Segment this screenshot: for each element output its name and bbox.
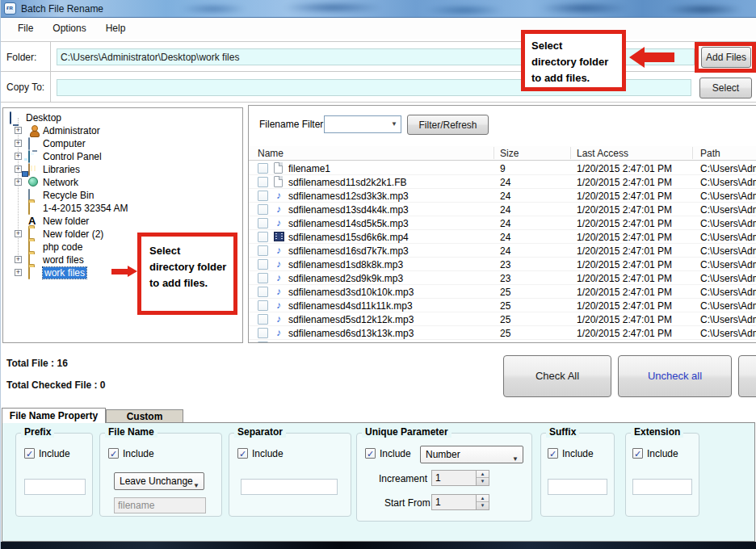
tree-item-label[interactable]: Control Panel — [43, 151, 102, 162]
expand-icon[interactable]: + — [15, 127, 22, 134]
cell-size: 23 — [500, 259, 510, 270]
extension-input[interactable] — [632, 479, 692, 495]
expand-icon[interactable]: + — [15, 178, 22, 186]
tree-item-desktop[interactable]: Desktop — [3, 111, 242, 124]
file-checkbox[interactable] — [258, 300, 268, 311]
file-row[interactable]: ♪sdfilenamesd13sd4k4k.mp3241/20/2015 2:4… — [249, 203, 756, 216]
top-annotation-box: Select directory folder to add files. — [521, 30, 626, 91]
file-checkbox[interactable] — [258, 273, 268, 283]
tree-item-libraries[interactable]: +Libraries — [3, 163, 242, 176]
tree-item-label[interactable]: php code — [43, 241, 82, 253]
expand-icon[interactable]: + — [15, 166, 22, 173]
file-name-mode-dropdown[interactable]: Leave Unchange ▼ — [114, 472, 204, 490]
tree-item-label[interactable]: New folder — [43, 216, 89, 227]
column-divider[interactable] — [570, 147, 571, 159]
menu-file[interactable]: File — [10, 20, 41, 36]
file-checkbox[interactable] — [258, 204, 268, 215]
file-row[interactable]: ♪sdfilenamesd5sd12k12k.mp3251/20/2015 2:… — [249, 312, 756, 326]
cell-name: sdfilenamesd15sd6k6k.mp4 — [288, 232, 409, 243]
separator-input[interactable] — [241, 479, 338, 495]
tree-item-label[interactable]: Administrator — [43, 125, 100, 136]
file-checkbox[interactable] — [258, 218, 268, 228]
file-row[interactable]: ♪sdfilenamesd16sd7k7k.mp3241/20/2015 2:4… — [249, 244, 756, 258]
unique-include-checkbox[interactable]: ✓ — [365, 448, 376, 459]
select-button[interactable]: Select — [699, 78, 752, 98]
column-header-size[interactable]: Size — [500, 148, 519, 159]
tree-item-administrator[interactable]: +Administrator — [3, 124, 242, 137]
file-checkbox[interactable] — [258, 191, 268, 201]
file-row[interactable]: sdfilenamesd15sd6k6k.mp4241/20/2015 2:47… — [249, 230, 756, 244]
file-checkbox[interactable] — [258, 259, 268, 270]
tree-item-label[interactable]: Recycle Bin — [43, 190, 94, 201]
file-checkbox[interactable] — [258, 232, 268, 242]
suffix-input[interactable] — [548, 479, 607, 495]
cell-size: 24 — [500, 245, 510, 257]
tree-item-new-folder[interactable]: ANew folder — [3, 215, 242, 228]
tree-item-label[interactable]: Network — [43, 177, 78, 188]
uncheck-all-button[interactable]: Uncheck all — [618, 355, 732, 397]
file-checkbox[interactable] — [258, 328, 268, 338]
tree-item-label[interactable]: New folder (2) — [43, 228, 103, 240]
total-file-count: Total File : 16 — [6, 358, 68, 369]
file-row[interactable]: ♪sdfilenamesd12sd3k3k.mp3241/20/2015 2:4… — [249, 189, 756, 203]
expand-icon[interactable]: + — [15, 140, 22, 147]
file-row[interactable]: ♪sdfilenamesd2sd9k9k.mp3231/20/2015 2:47… — [249, 271, 756, 285]
tree-item-computer[interactable]: +Computer — [3, 137, 242, 150]
file-row[interactable]: ♪sdfilenamesd14sd5k5k.mp3241/20/2015 2:4… — [249, 216, 756, 230]
check-all-button[interactable]: Check All — [503, 355, 611, 397]
column-header-last-access[interactable]: Last Access — [577, 148, 628, 159]
file-checkbox[interactable] — [258, 163, 268, 174]
extension-include-checkbox[interactable]: ✓ — [632, 448, 643, 459]
tree-item-1-4-2015-32354-am[interactable]: 1-4-2015 32354 AM — [3, 202, 242, 215]
suffix-include-checkbox[interactable]: ✓ — [548, 448, 558, 459]
expand-icon[interactable]: + — [15, 269, 22, 276]
tree-item-label[interactable]: Desktop — [26, 112, 61, 124]
column-divider[interactable] — [494, 147, 494, 159]
spinner-arrows-icon[interactable]: ▲▼ — [476, 495, 489, 509]
spinner-arrows-icon[interactable]: ▲▼ — [476, 471, 489, 485]
tree-item-label[interactable]: Computer — [43, 138, 86, 149]
tree-item-label[interactable]: Libraries — [43, 164, 80, 175]
left-arrow-shaft — [644, 52, 674, 62]
filter-refresh-button[interactable]: Filter/Refresh — [407, 115, 489, 135]
file-row[interactable]: filename191/20/2015 2:47:01 PMC:\Users\A… — [249, 161, 756, 175]
column-header-name[interactable]: Name — [258, 148, 284, 159]
column-divider[interactable] — [692, 147, 693, 159]
filename-filter-combobox[interactable]: ▼ — [324, 115, 401, 133]
separator-include-checkbox[interactable]: ✓ — [237, 448, 248, 459]
prefix-include-checkbox[interactable]: ✓ — [24, 448, 35, 459]
file-row[interactable]: ♪sdfilenamesd3sd10k10k.mp3251/20/2015 2:… — [249, 285, 756, 299]
column-header-path[interactable]: Path — [700, 148, 720, 159]
tree-item-recycle-bin[interactable]: Recycle Bin — [3, 189, 242, 202]
expand-icon[interactable]: + — [15, 153, 22, 160]
file-checkbox[interactable] — [258, 177, 268, 187]
prefix-input[interactable] — [24, 479, 86, 495]
tab-file-name-property[interactable]: File Name Property — [2, 408, 106, 423]
expand-icon[interactable]: + — [15, 230, 22, 237]
tree-item-control-panel[interactable]: +Control Panel — [3, 150, 242, 163]
tree-annotation-box: Select directory folder to add files. — [137, 233, 237, 315]
menu-help[interactable]: Help — [98, 20, 134, 36]
file-row[interactable]: sdfilenamesd11sd2k2k1.FB241/20/2015 2:47… — [249, 175, 756, 189]
file-row[interactable]: ♪sdfilenamesd6sd13k13k.mp3251/20/2015 2:… — [249, 326, 756, 340]
menu-options[interactable]: Options — [44, 20, 94, 36]
expand-icon[interactable]: + — [15, 256, 22, 263]
partial-button[interactable] — [738, 355, 756, 397]
tab-custom-rename[interactable]: Custom Rename — [106, 409, 183, 423]
file-name-include-checkbox[interactable]: ✓ — [108, 448, 119, 459]
tree-item-label[interactable]: 1-4-2015 32354 AM — [43, 203, 128, 214]
file-checkbox[interactable] — [258, 287, 268, 297]
cell-last-access: 1/20/2015 2:47:01 PM — [577, 273, 672, 284]
tree-item-network[interactable]: +Network — [3, 176, 242, 189]
cell-last-access: 1/20/2015 2:47:01 PM — [577, 300, 672, 312]
tree-item-label[interactable]: work files — [43, 267, 86, 279]
tree-item-label[interactable]: word files — [43, 254, 84, 266]
file-checkbox[interactable] — [258, 245, 268, 256]
increment-spinner[interactable]: 1 ▲▼ — [431, 470, 489, 486]
file-row[interactable]: ♪sdfilenamesd4sd11k11k.mp3251/20/2015 2:… — [249, 299, 756, 312]
unique-type-dropdown[interactable]: Number ▼ — [420, 446, 523, 463]
file-row[interactable]: ♪sdfilenamesd1sd8k8k.mp3231/20/2015 2:47… — [249, 258, 756, 271]
file-checkbox[interactable] — [258, 314, 268, 325]
file-checkbox[interactable] — [258, 342, 268, 343]
start-from-spinner[interactable]: 1 ▲▼ — [431, 494, 489, 510]
